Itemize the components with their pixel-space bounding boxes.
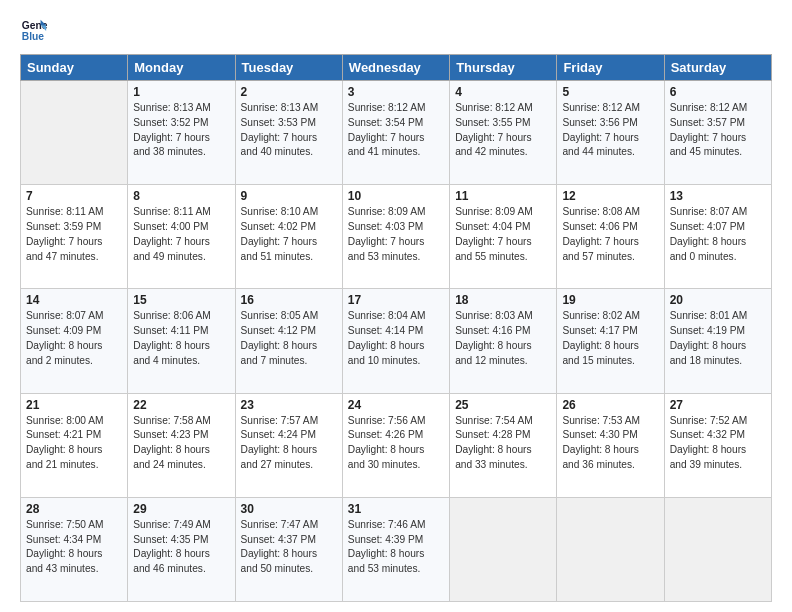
day-number: 6 [670, 85, 766, 99]
calendar-week-5: 28Sunrise: 7:50 AMSunset: 4:34 PMDayligh… [21, 497, 772, 601]
calendar-cell: 24Sunrise: 7:56 AMSunset: 4:26 PMDayligh… [342, 393, 449, 497]
day-number: 16 [241, 293, 337, 307]
header: General Blue [20, 16, 772, 44]
calendar-cell: 21Sunrise: 8:00 AMSunset: 4:21 PMDayligh… [21, 393, 128, 497]
calendar-cell: 7Sunrise: 8:11 AMSunset: 3:59 PMDaylight… [21, 185, 128, 289]
calendar-cell: 29Sunrise: 7:49 AMSunset: 4:35 PMDayligh… [128, 497, 235, 601]
page: General Blue SundayMondayTuesdayWednesda… [0, 0, 792, 612]
cell-info: Sunrise: 7:57 AMSunset: 4:24 PMDaylight:… [241, 414, 337, 473]
calendar-cell: 2Sunrise: 8:13 AMSunset: 3:53 PMDaylight… [235, 81, 342, 185]
cell-info: Sunrise: 8:09 AMSunset: 4:03 PMDaylight:… [348, 205, 444, 264]
cell-info: Sunrise: 8:13 AMSunset: 3:52 PMDaylight:… [133, 101, 229, 160]
logo-icon: General Blue [20, 16, 48, 44]
calendar-cell: 31Sunrise: 7:46 AMSunset: 4:39 PMDayligh… [342, 497, 449, 601]
calendar-cell: 14Sunrise: 8:07 AMSunset: 4:09 PMDayligh… [21, 289, 128, 393]
cell-info: Sunrise: 8:09 AMSunset: 4:04 PMDaylight:… [455, 205, 551, 264]
day-number: 19 [562, 293, 658, 307]
cell-info: Sunrise: 7:53 AMSunset: 4:30 PMDaylight:… [562, 414, 658, 473]
calendar-cell [450, 497, 557, 601]
day-number: 13 [670, 189, 766, 203]
calendar-week-1: 1Sunrise: 8:13 AMSunset: 3:52 PMDaylight… [21, 81, 772, 185]
cell-info: Sunrise: 7:47 AMSunset: 4:37 PMDaylight:… [241, 518, 337, 577]
calendar-cell: 18Sunrise: 8:03 AMSunset: 4:16 PMDayligh… [450, 289, 557, 393]
day-number: 3 [348, 85, 444, 99]
cell-info: Sunrise: 8:12 AMSunset: 3:54 PMDaylight:… [348, 101, 444, 160]
cell-info: Sunrise: 7:49 AMSunset: 4:35 PMDaylight:… [133, 518, 229, 577]
day-number: 23 [241, 398, 337, 412]
cell-info: Sunrise: 7:58 AMSunset: 4:23 PMDaylight:… [133, 414, 229, 473]
day-number: 27 [670, 398, 766, 412]
cell-info: Sunrise: 8:05 AMSunset: 4:12 PMDaylight:… [241, 309, 337, 368]
cell-info: Sunrise: 7:54 AMSunset: 4:28 PMDaylight:… [455, 414, 551, 473]
calendar-cell: 15Sunrise: 8:06 AMSunset: 4:11 PMDayligh… [128, 289, 235, 393]
day-number: 20 [670, 293, 766, 307]
day-number: 31 [348, 502, 444, 516]
cell-info: Sunrise: 8:04 AMSunset: 4:14 PMDaylight:… [348, 309, 444, 368]
calendar-header-monday: Monday [128, 55, 235, 81]
day-number: 30 [241, 502, 337, 516]
calendar-cell: 27Sunrise: 7:52 AMSunset: 4:32 PMDayligh… [664, 393, 771, 497]
calendar-cell [557, 497, 664, 601]
day-number: 18 [455, 293, 551, 307]
calendar-cell: 17Sunrise: 8:04 AMSunset: 4:14 PMDayligh… [342, 289, 449, 393]
day-number: 5 [562, 85, 658, 99]
cell-info: Sunrise: 7:56 AMSunset: 4:26 PMDaylight:… [348, 414, 444, 473]
day-number: 21 [26, 398, 122, 412]
calendar-cell: 6Sunrise: 8:12 AMSunset: 3:57 PMDaylight… [664, 81, 771, 185]
day-number: 12 [562, 189, 658, 203]
day-number: 29 [133, 502, 229, 516]
day-number: 1 [133, 85, 229, 99]
calendar-header-sunday: Sunday [21, 55, 128, 81]
cell-info: Sunrise: 8:11 AMSunset: 4:00 PMDaylight:… [133, 205, 229, 264]
day-number: 25 [455, 398, 551, 412]
cell-info: Sunrise: 8:06 AMSunset: 4:11 PMDaylight:… [133, 309, 229, 368]
day-number: 14 [26, 293, 122, 307]
calendar-cell: 16Sunrise: 8:05 AMSunset: 4:12 PMDayligh… [235, 289, 342, 393]
day-number: 11 [455, 189, 551, 203]
calendar-week-4: 21Sunrise: 8:00 AMSunset: 4:21 PMDayligh… [21, 393, 772, 497]
calendar-cell: 26Sunrise: 7:53 AMSunset: 4:30 PMDayligh… [557, 393, 664, 497]
svg-text:Blue: Blue [22, 31, 45, 42]
cell-info: Sunrise: 8:12 AMSunset: 3:56 PMDaylight:… [562, 101, 658, 160]
calendar-header-thursday: Thursday [450, 55, 557, 81]
cell-info: Sunrise: 8:11 AMSunset: 3:59 PMDaylight:… [26, 205, 122, 264]
calendar-cell: 28Sunrise: 7:50 AMSunset: 4:34 PMDayligh… [21, 497, 128, 601]
cell-info: Sunrise: 8:10 AMSunset: 4:02 PMDaylight:… [241, 205, 337, 264]
cell-info: Sunrise: 7:46 AMSunset: 4:39 PMDaylight:… [348, 518, 444, 577]
day-number: 26 [562, 398, 658, 412]
calendar-cell: 10Sunrise: 8:09 AMSunset: 4:03 PMDayligh… [342, 185, 449, 289]
calendar-header-tuesday: Tuesday [235, 55, 342, 81]
day-number: 10 [348, 189, 444, 203]
calendar-table: SundayMondayTuesdayWednesdayThursdayFrid… [20, 54, 772, 602]
day-number: 24 [348, 398, 444, 412]
day-number: 8 [133, 189, 229, 203]
cell-info: Sunrise: 8:00 AMSunset: 4:21 PMDaylight:… [26, 414, 122, 473]
calendar-cell: 11Sunrise: 8:09 AMSunset: 4:04 PMDayligh… [450, 185, 557, 289]
day-number: 22 [133, 398, 229, 412]
calendar-cell: 1Sunrise: 8:13 AMSunset: 3:52 PMDaylight… [128, 81, 235, 185]
day-number: 15 [133, 293, 229, 307]
calendar-cell: 4Sunrise: 8:12 AMSunset: 3:55 PMDaylight… [450, 81, 557, 185]
calendar-cell: 8Sunrise: 8:11 AMSunset: 4:00 PMDaylight… [128, 185, 235, 289]
cell-info: Sunrise: 8:01 AMSunset: 4:19 PMDaylight:… [670, 309, 766, 368]
calendar-cell: 23Sunrise: 7:57 AMSunset: 4:24 PMDayligh… [235, 393, 342, 497]
cell-info: Sunrise: 8:02 AMSunset: 4:17 PMDaylight:… [562, 309, 658, 368]
cell-info: Sunrise: 8:07 AMSunset: 4:07 PMDaylight:… [670, 205, 766, 264]
calendar-cell: 13Sunrise: 8:07 AMSunset: 4:07 PMDayligh… [664, 185, 771, 289]
day-number: 7 [26, 189, 122, 203]
cell-info: Sunrise: 7:52 AMSunset: 4:32 PMDaylight:… [670, 414, 766, 473]
cell-info: Sunrise: 8:08 AMSunset: 4:06 PMDaylight:… [562, 205, 658, 264]
day-number: 17 [348, 293, 444, 307]
day-number: 4 [455, 85, 551, 99]
cell-info: Sunrise: 7:50 AMSunset: 4:34 PMDaylight:… [26, 518, 122, 577]
calendar-cell [664, 497, 771, 601]
day-number: 9 [241, 189, 337, 203]
calendar-cell: 25Sunrise: 7:54 AMSunset: 4:28 PMDayligh… [450, 393, 557, 497]
calendar-cell: 12Sunrise: 8:08 AMSunset: 4:06 PMDayligh… [557, 185, 664, 289]
day-number: 28 [26, 502, 122, 516]
day-number: 2 [241, 85, 337, 99]
cell-info: Sunrise: 8:12 AMSunset: 3:55 PMDaylight:… [455, 101, 551, 160]
calendar-cell: 5Sunrise: 8:12 AMSunset: 3:56 PMDaylight… [557, 81, 664, 185]
cell-info: Sunrise: 8:13 AMSunset: 3:53 PMDaylight:… [241, 101, 337, 160]
calendar-cell: 22Sunrise: 7:58 AMSunset: 4:23 PMDayligh… [128, 393, 235, 497]
